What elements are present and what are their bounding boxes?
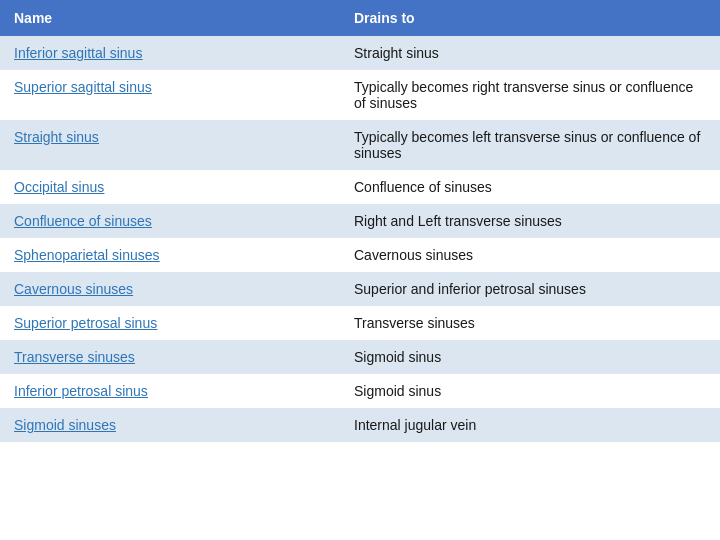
table-row: Sphenoparietal sinusesCavernous sinuses xyxy=(0,238,720,272)
cell-name[interactable]: Cavernous sinuses xyxy=(0,272,340,306)
sinus-link[interactable]: Superior petrosal sinus xyxy=(14,315,157,331)
cell-name[interactable]: Superior sagittal sinus xyxy=(0,70,340,120)
sinus-link[interactable]: Cavernous sinuses xyxy=(14,281,133,297)
table-row: Superior petrosal sinusTransverse sinuse… xyxy=(0,306,720,340)
cell-drains: Straight sinus xyxy=(340,36,720,70)
cell-name[interactable]: Sphenoparietal sinuses xyxy=(0,238,340,272)
cell-drains: Sigmoid sinus xyxy=(340,374,720,408)
table-row: Straight sinusTypically becomes left tra… xyxy=(0,120,720,170)
cell-name[interactable]: Occipital sinus xyxy=(0,170,340,204)
sinus-link[interactable]: Inferior petrosal sinus xyxy=(14,383,148,399)
sinus-link[interactable]: Superior sagittal sinus xyxy=(14,79,152,95)
table-row: Cavernous sinusesSuperior and inferior p… xyxy=(0,272,720,306)
cell-drains: Superior and inferior petrosal sinuses xyxy=(340,272,720,306)
table-row: Sigmoid sinusesInternal jugular vein xyxy=(0,408,720,442)
drains-header: Drains to xyxy=(340,0,720,36)
table-row: Transverse sinusesSigmoid sinus xyxy=(0,340,720,374)
cell-name[interactable]: Inferior sagittal sinus xyxy=(0,36,340,70)
name-header: Name xyxy=(0,0,340,36)
main-container: Name Drains to Inferior sagittal sinusSt… xyxy=(0,0,720,540)
cell-drains: Typically becomes right transverse sinus… xyxy=(340,70,720,120)
cell-drains: Right and Left transverse sinuses xyxy=(340,204,720,238)
cell-name[interactable]: Transverse sinuses xyxy=(0,340,340,374)
sinuses-table: Name Drains to Inferior sagittal sinusSt… xyxy=(0,0,720,442)
cell-drains: Confluence of sinuses xyxy=(340,170,720,204)
table-row: Confluence of sinusesRight and Left tran… xyxy=(0,204,720,238)
sinus-link[interactable]: Transverse sinuses xyxy=(14,349,135,365)
sinus-link[interactable]: Sigmoid sinuses xyxy=(14,417,116,433)
table-row: Superior sagittal sinusTypically becomes… xyxy=(0,70,720,120)
cell-drains: Sigmoid sinus xyxy=(340,340,720,374)
sinus-link[interactable]: Sphenoparietal sinuses xyxy=(14,247,160,263)
sinus-link[interactable]: Straight sinus xyxy=(14,129,99,145)
cell-drains: Internal jugular vein xyxy=(340,408,720,442)
cell-name[interactable]: Straight sinus xyxy=(0,120,340,170)
cell-drains: Transverse sinuses xyxy=(340,306,720,340)
table-row: Inferior petrosal sinusSigmoid sinus xyxy=(0,374,720,408)
sinus-link[interactable]: Occipital sinus xyxy=(14,179,104,195)
table-row: Inferior sagittal sinusStraight sinus xyxy=(0,36,720,70)
sinus-link[interactable]: Inferior sagittal sinus xyxy=(14,45,142,61)
cell-drains: Typically becomes left transverse sinus … xyxy=(340,120,720,170)
sinus-link[interactable]: Confluence of sinuses xyxy=(14,213,152,229)
cell-name[interactable]: Sigmoid sinuses xyxy=(0,408,340,442)
cell-drains: Cavernous sinuses xyxy=(340,238,720,272)
table-header-row: Name Drains to xyxy=(0,0,720,36)
cell-name[interactable]: Inferior petrosal sinus xyxy=(0,374,340,408)
cell-name[interactable]: Superior petrosal sinus xyxy=(0,306,340,340)
table-row: Occipital sinusConfluence of sinuses xyxy=(0,170,720,204)
cell-name[interactable]: Confluence of sinuses xyxy=(0,204,340,238)
